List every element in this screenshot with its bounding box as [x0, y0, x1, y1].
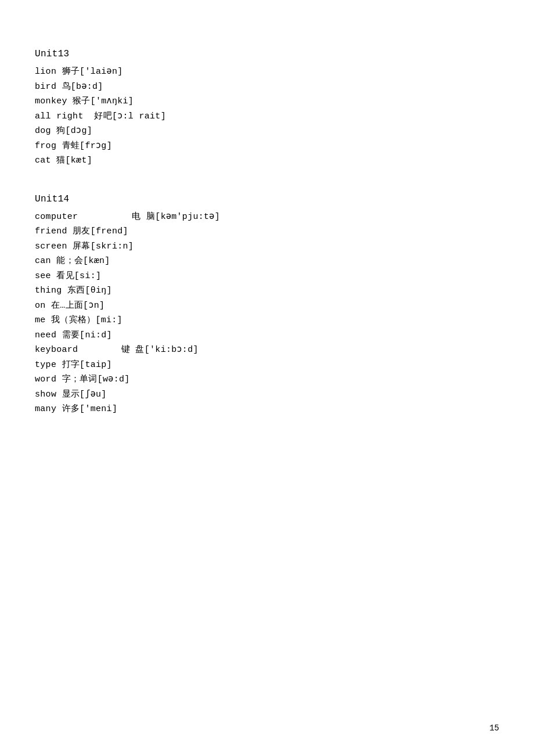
- list-item: need 需要[ni:d]: [35, 328, 499, 343]
- list-item: see 看见[si:]: [35, 269, 499, 284]
- list-item: word 字；单词[wə:d]: [35, 372, 499, 387]
- list-item: bird 鸟[bə:d]: [35, 80, 499, 95]
- list-item: on 在…上面[ɔn]: [35, 298, 499, 314]
- list-item: show 显示[ʃəu]: [35, 387, 499, 402]
- list-item: type 打字[taip]: [35, 358, 499, 373]
- list-item: me 我（宾格）[mi:]: [35, 313, 499, 328]
- unit14-title: Unit14: [35, 192, 499, 207]
- unit13-section: Unit13 lion 狮子['laiən] bird 鸟[bə:d] monk…: [35, 46, 499, 168]
- list-item: cat 猫[kæt]: [35, 153, 499, 168]
- page-number: 15: [489, 723, 499, 733]
- list-item: can 能；会[kæn]: [35, 254, 499, 269]
- unit14-vocab-list: computer 电 脑[kəm'pju:tə] friend 朋友[frend…: [35, 210, 499, 417]
- list-item: computer 电 脑[kəm'pju:tə]: [35, 210, 499, 225]
- list-item: monkey 猴子['mʌŋki]: [35, 94, 499, 109]
- list-item: friend 朋友[frend]: [35, 224, 499, 239]
- list-item: thing 东西[θiŋ]: [35, 283, 499, 298]
- list-item: many 许多['meni]: [35, 402, 499, 417]
- list-item: screen 屏幕[skri:n]: [35, 239, 499, 254]
- unit13-vocab-list: lion 狮子['laiən] bird 鸟[bə:d] monkey 猴子['…: [35, 64, 499, 168]
- list-item: all right 好吧[ɔ:l rait]: [35, 109, 499, 124]
- list-item: frog 青蛙[frɔg]: [35, 139, 499, 154]
- list-item: dog 狗[dɔg]: [35, 124, 499, 139]
- list-item: keyboard 键 盘['ki:bɔ:d]: [35, 343, 499, 358]
- unit13-title: Unit13: [35, 46, 499, 62]
- list-item: lion 狮子['laiən]: [35, 64, 499, 80]
- unit14-section: Unit14 computer 电 脑[kəm'pju:tə] friend 朋…: [35, 192, 499, 417]
- page-content: Unit13 lion 狮子['laiən] bird 鸟[bə:d] monk…: [0, 0, 534, 475]
